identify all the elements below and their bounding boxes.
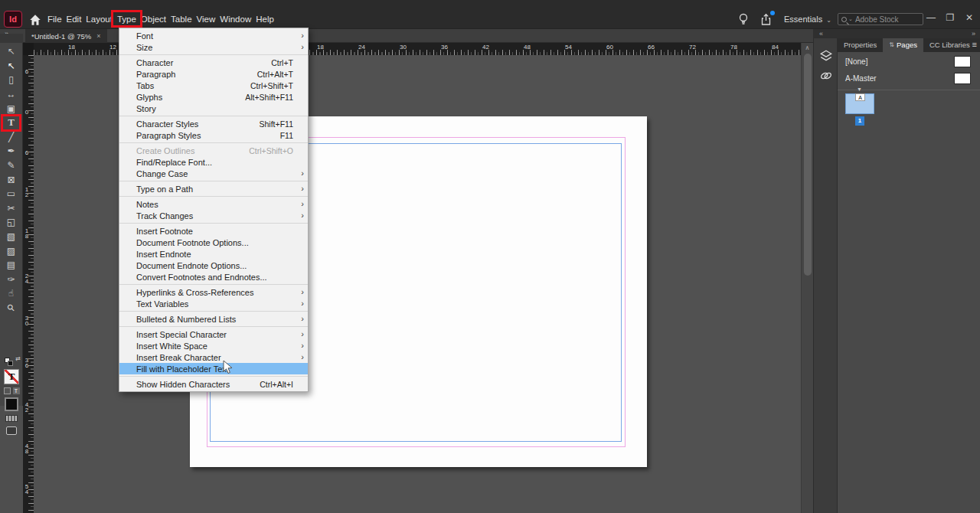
type-menu-item-size[interactable]: Size› bbox=[119, 41, 308, 53]
ruler-origin-corner[interactable] bbox=[23, 43, 34, 55]
zoom-tool[interactable]: ⚲ bbox=[0, 301, 22, 315]
panel-menu-icon[interactable]: ≡ bbox=[972, 40, 977, 49]
gradient-feather-tool[interactable]: ▨ bbox=[0, 243, 22, 258]
menu-item-label: Insert Break Character bbox=[136, 353, 221, 362]
menubar-item-window[interactable]: Window bbox=[217, 15, 253, 24]
screen-mode-button[interactable] bbox=[6, 426, 17, 435]
menubar-item-layout[interactable]: Layout bbox=[83, 15, 115, 24]
type-menu-item-type-on-a-path[interactable]: Type on a Path› bbox=[119, 183, 308, 194]
hand-tool[interactable]: ☝ bbox=[0, 286, 22, 301]
panel-tab-pages[interactable]: ⇅Pages bbox=[883, 38, 923, 52]
type-menu-item-text-variables[interactable]: Text Variables› bbox=[119, 298, 308, 309]
workspace-switcher[interactable]: Essentials⌄ bbox=[784, 15, 831, 24]
master-row-none[interactable]: [None] bbox=[838, 54, 980, 70]
collapse-panels-icon[interactable]: « bbox=[819, 29, 823, 38]
minimize-button[interactable]: — bbox=[923, 11, 939, 24]
type-menu-item-convert-footnotes-and-endnotes[interactable]: Convert Footnotes and Endnotes... bbox=[119, 271, 308, 283]
selection-tool[interactable]: ↖ bbox=[0, 44, 22, 59]
type-menu-item-create-outlines[interactable]: Create OutlinesCtrl+Shift+O bbox=[119, 145, 308, 156]
menubar-item-help[interactable]: Help bbox=[253, 15, 276, 24]
gap-tool[interactable]: ↔ bbox=[0, 87, 22, 102]
page-tool[interactable]: ▯ bbox=[0, 73, 22, 87]
direct-selection-tool[interactable]: ↖ bbox=[0, 59, 22, 74]
type-menu-item-glyphs[interactable]: GlyphsAlt+Shift+F11 bbox=[119, 91, 308, 103]
tab-close-icon[interactable]: × bbox=[96, 32, 100, 40]
type-menu-item-bulleted-numbered-lists[interactable]: Bulleted & Numbered Lists› bbox=[119, 313, 308, 325]
type-menu-item-change-case[interactable]: Change Case› bbox=[119, 168, 308, 179]
menu-item-label: Story bbox=[136, 104, 156, 113]
menu-item-label: Hyperlinks & Cross-References bbox=[136, 288, 253, 297]
gradient-swatch-tool[interactable]: ▧ bbox=[0, 230, 22, 244]
type-menu-item-insert-break-character[interactable]: Insert Break Character› bbox=[119, 351, 308, 363]
menu-separator bbox=[119, 181, 308, 181]
default-fill-stroke-icon[interactable]: ⇄ bbox=[0, 355, 23, 366]
type-menu-item-character[interactable]: CharacterCtrl+T bbox=[119, 57, 308, 68]
menubar-item-table[interactable]: Table bbox=[168, 15, 194, 24]
ruler-number: 66 bbox=[648, 44, 655, 51]
share-icon[interactable] bbox=[760, 13, 773, 26]
menubar-item-object[interactable]: Object bbox=[139, 15, 168, 24]
type-menu-item-track-changes[interactable]: Track Changes› bbox=[119, 210, 308, 221]
close-button[interactable]: ✕ bbox=[962, 11, 977, 24]
type-menu-item-find-replace-font[interactable]: Find/Replace Font... bbox=[119, 156, 308, 168]
type-menu-item-paragraph-styles[interactable]: Paragraph StylesF11 bbox=[119, 129, 308, 141]
expand-panels-icon[interactable]: » bbox=[972, 29, 975, 38]
text-fill-indicator[interactable]: T bbox=[4, 369, 19, 384]
vertical-ruler[interactable]: 6061 21 82 43 03 64 24 85 4 bbox=[23, 55, 34, 513]
layers-panel-icon[interactable] bbox=[819, 49, 833, 63]
type-tool[interactable]: T bbox=[0, 116, 22, 130]
menubar-item-type[interactable]: Type bbox=[115, 15, 139, 24]
type-menu-item-document-footnote-options[interactable]: Document Footnote Options... bbox=[119, 237, 308, 248]
page-thumbnail[interactable]: A bbox=[845, 93, 874, 114]
frame-tool[interactable]: ⊠ bbox=[0, 172, 22, 187]
type-menu-item-insert-white-space[interactable]: Insert White Space› bbox=[119, 340, 308, 351]
submenu-arrow-icon: › bbox=[296, 351, 304, 363]
panel-tab-cc-libraries[interactable]: CC Libraries bbox=[923, 38, 976, 52]
scroll-up-arrow-icon[interactable]: ∧ bbox=[802, 44, 813, 51]
type-menu-item-story[interactable]: Story bbox=[119, 103, 308, 114]
note-tool[interactable]: ▤ bbox=[0, 258, 22, 273]
eyedropper-tool[interactable]: ✑ bbox=[0, 273, 22, 287]
type-menu-item-insert-endnote[interactable]: Insert Endnote bbox=[119, 248, 308, 260]
line-tool[interactable]: ╱ bbox=[0, 130, 22, 145]
rectangle-tool[interactable]: ▭ bbox=[0, 187, 22, 201]
master-row-a-master[interactable]: A-Master bbox=[838, 70, 980, 87]
menu-item-label: Insert Endnote bbox=[136, 250, 191, 259]
swap-fill-stroke-icon[interactable]: ⇄ bbox=[15, 355, 21, 362]
pencil-tool[interactable]: ✎ bbox=[0, 158, 22, 173]
type-menu-item-insert-footnote[interactable]: Insert Footnote bbox=[119, 225, 308, 237]
restore-button[interactable]: ❐ bbox=[942, 11, 958, 24]
apply-gradient-button[interactable] bbox=[5, 415, 18, 422]
type-menu-item-character-styles[interactable]: Character StylesShift+F11 bbox=[119, 118, 308, 129]
menubar-item-edit[interactable]: Edit bbox=[64, 15, 84, 24]
type-menu-item-paragraph[interactable]: ParagraphCtrl+Alt+T bbox=[119, 68, 308, 80]
menubar-item-view[interactable]: View bbox=[194, 15, 218, 24]
type-menu-item-hyperlinks-cross-references[interactable]: Hyperlinks & Cross-References› bbox=[119, 286, 308, 298]
formatting-affects-text-button[interactable]: T bbox=[13, 387, 20, 394]
free-transform-tool[interactable]: ◱ bbox=[0, 215, 22, 230]
type-menu-item-insert-special-character[interactable]: Insert Special Character› bbox=[119, 328, 308, 340]
type-menu-item-fill-with-placeholder-text[interactable]: Fill with Placeholder Text bbox=[119, 363, 308, 374]
lightbulb-icon[interactable] bbox=[737, 12, 750, 28]
document-tab[interactable]: *Untitled-1 @ 75% × bbox=[25, 29, 107, 43]
links-panel-icon[interactable] bbox=[819, 69, 833, 83]
fill-color-swatch[interactable] bbox=[5, 397, 18, 411]
submenu-arrow-icon: › bbox=[296, 183, 304, 194]
vertical-scrollbar[interactable]: ∧ bbox=[801, 43, 813, 513]
scissors-tool[interactable]: ✂ bbox=[0, 201, 22, 216]
adobe-stock-search-input[interactable]: ⌄ Adobe Stock bbox=[838, 13, 923, 25]
master-label: [None] bbox=[845, 57, 867, 66]
type-menu-dropdown: Font›Size›CharacterCtrl+TParagraphCtrl+A… bbox=[119, 28, 309, 392]
formatting-affects-container-button[interactable] bbox=[4, 387, 11, 394]
home-icon[interactable] bbox=[28, 13, 42, 27]
type-menu-item-document-endnote-options[interactable]: Document Endnote Options... bbox=[119, 260, 308, 271]
type-menu-item-font[interactable]: Font› bbox=[119, 30, 308, 41]
pen-tool[interactable]: ✒ bbox=[0, 144, 22, 158]
type-menu-item-notes[interactable]: Notes› bbox=[119, 198, 308, 210]
menubar-item-file[interactable]: File bbox=[45, 15, 64, 24]
scrollbar-thumb[interactable] bbox=[804, 54, 812, 276]
panel-tab-properties[interactable]: Properties bbox=[838, 38, 883, 52]
type-menu-item-tabs[interactable]: TabsCtrl+Shift+T bbox=[119, 80, 308, 91]
indesign-logo: Id bbox=[4, 11, 22, 28]
type-menu-item-show-hidden-characters[interactable]: Show Hidden CharactersCtrl+Alt+I bbox=[119, 378, 308, 390]
